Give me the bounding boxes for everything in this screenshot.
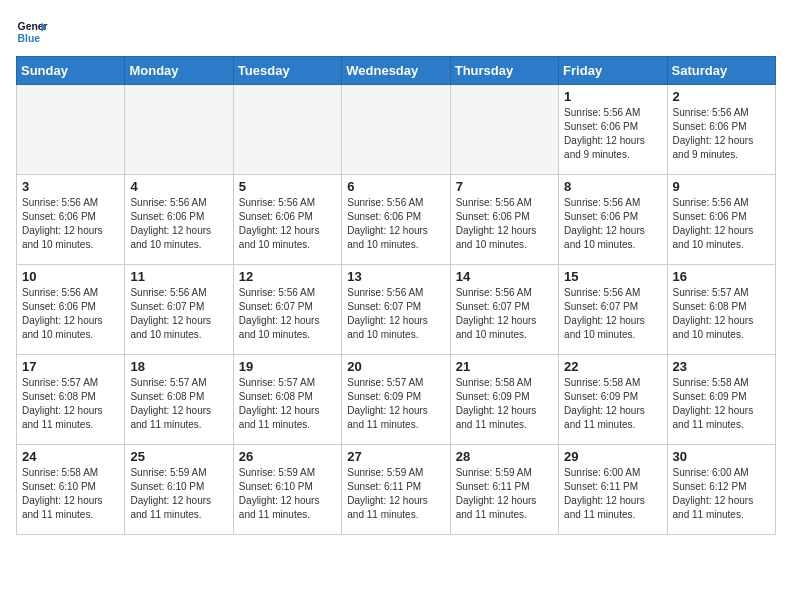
calendar: SundayMondayTuesdayWednesdayThursdayFrid… bbox=[16, 56, 776, 535]
day-number: 1 bbox=[564, 89, 661, 104]
day-number: 16 bbox=[673, 269, 770, 284]
day-info: Sunrise: 5:56 AM Sunset: 6:07 PM Dayligh… bbox=[347, 286, 444, 342]
calendar-cell: 25Sunrise: 5:59 AM Sunset: 6:10 PM Dayli… bbox=[125, 445, 233, 535]
calendar-cell: 11Sunrise: 5:56 AM Sunset: 6:07 PM Dayli… bbox=[125, 265, 233, 355]
day-number: 29 bbox=[564, 449, 661, 464]
calendar-cell: 7Sunrise: 5:56 AM Sunset: 6:06 PM Daylig… bbox=[450, 175, 558, 265]
day-number: 14 bbox=[456, 269, 553, 284]
day-number: 2 bbox=[673, 89, 770, 104]
day-info: Sunrise: 5:57 AM Sunset: 6:09 PM Dayligh… bbox=[347, 376, 444, 432]
day-number: 21 bbox=[456, 359, 553, 374]
calendar-cell: 2Sunrise: 5:56 AM Sunset: 6:06 PM Daylig… bbox=[667, 85, 775, 175]
calendar-cell: 24Sunrise: 5:58 AM Sunset: 6:10 PM Dayli… bbox=[17, 445, 125, 535]
calendar-cell bbox=[450, 85, 558, 175]
calendar-cell: 28Sunrise: 5:59 AM Sunset: 6:11 PM Dayli… bbox=[450, 445, 558, 535]
calendar-cell: 9Sunrise: 5:56 AM Sunset: 6:06 PM Daylig… bbox=[667, 175, 775, 265]
day-number: 27 bbox=[347, 449, 444, 464]
calendar-cell: 29Sunrise: 6:00 AM Sunset: 6:11 PM Dayli… bbox=[559, 445, 667, 535]
weekday-header: Monday bbox=[125, 57, 233, 85]
weekday-header: Friday bbox=[559, 57, 667, 85]
day-number: 26 bbox=[239, 449, 336, 464]
weekday-header-row: SundayMondayTuesdayWednesdayThursdayFrid… bbox=[17, 57, 776, 85]
day-info: Sunrise: 5:56 AM Sunset: 6:06 PM Dayligh… bbox=[456, 196, 553, 252]
calendar-cell: 10Sunrise: 5:56 AM Sunset: 6:06 PM Dayli… bbox=[17, 265, 125, 355]
day-number: 18 bbox=[130, 359, 227, 374]
week-row: 3Sunrise: 5:56 AM Sunset: 6:06 PM Daylig… bbox=[17, 175, 776, 265]
day-number: 25 bbox=[130, 449, 227, 464]
page-header: General Blue bbox=[16, 16, 776, 48]
calendar-cell bbox=[17, 85, 125, 175]
day-info: Sunrise: 5:56 AM Sunset: 6:06 PM Dayligh… bbox=[22, 286, 119, 342]
calendar-cell bbox=[125, 85, 233, 175]
day-info: Sunrise: 5:58 AM Sunset: 6:09 PM Dayligh… bbox=[564, 376, 661, 432]
day-info: Sunrise: 5:57 AM Sunset: 6:08 PM Dayligh… bbox=[130, 376, 227, 432]
day-number: 13 bbox=[347, 269, 444, 284]
day-info: Sunrise: 5:58 AM Sunset: 6:09 PM Dayligh… bbox=[456, 376, 553, 432]
logo: General Blue bbox=[16, 16, 52, 48]
week-row: 1Sunrise: 5:56 AM Sunset: 6:06 PM Daylig… bbox=[17, 85, 776, 175]
calendar-cell: 1Sunrise: 5:56 AM Sunset: 6:06 PM Daylig… bbox=[559, 85, 667, 175]
day-info: Sunrise: 5:56 AM Sunset: 6:06 PM Dayligh… bbox=[239, 196, 336, 252]
calendar-cell: 21Sunrise: 5:58 AM Sunset: 6:09 PM Dayli… bbox=[450, 355, 558, 445]
calendar-cell: 3Sunrise: 5:56 AM Sunset: 6:06 PM Daylig… bbox=[17, 175, 125, 265]
weekday-header: Tuesday bbox=[233, 57, 341, 85]
day-number: 12 bbox=[239, 269, 336, 284]
day-info: Sunrise: 6:00 AM Sunset: 6:11 PM Dayligh… bbox=[564, 466, 661, 522]
calendar-cell bbox=[233, 85, 341, 175]
calendar-cell: 30Sunrise: 6:00 AM Sunset: 6:12 PM Dayli… bbox=[667, 445, 775, 535]
day-number: 10 bbox=[22, 269, 119, 284]
calendar-cell: 26Sunrise: 5:59 AM Sunset: 6:10 PM Dayli… bbox=[233, 445, 341, 535]
day-number: 8 bbox=[564, 179, 661, 194]
calendar-cell bbox=[342, 85, 450, 175]
day-info: Sunrise: 5:56 AM Sunset: 6:07 PM Dayligh… bbox=[239, 286, 336, 342]
day-info: Sunrise: 5:56 AM Sunset: 6:07 PM Dayligh… bbox=[456, 286, 553, 342]
day-info: Sunrise: 5:56 AM Sunset: 6:06 PM Dayligh… bbox=[130, 196, 227, 252]
calendar-cell: 18Sunrise: 5:57 AM Sunset: 6:08 PM Dayli… bbox=[125, 355, 233, 445]
day-info: Sunrise: 5:59 AM Sunset: 6:11 PM Dayligh… bbox=[456, 466, 553, 522]
day-info: Sunrise: 5:56 AM Sunset: 6:07 PM Dayligh… bbox=[564, 286, 661, 342]
day-number: 7 bbox=[456, 179, 553, 194]
day-info: Sunrise: 5:57 AM Sunset: 6:08 PM Dayligh… bbox=[239, 376, 336, 432]
calendar-cell: 12Sunrise: 5:56 AM Sunset: 6:07 PM Dayli… bbox=[233, 265, 341, 355]
day-info: Sunrise: 5:59 AM Sunset: 6:11 PM Dayligh… bbox=[347, 466, 444, 522]
calendar-cell: 17Sunrise: 5:57 AM Sunset: 6:08 PM Dayli… bbox=[17, 355, 125, 445]
day-number: 5 bbox=[239, 179, 336, 194]
logo-icon: General Blue bbox=[16, 16, 48, 48]
calendar-cell: 19Sunrise: 5:57 AM Sunset: 6:08 PM Dayli… bbox=[233, 355, 341, 445]
weekday-header: Sunday bbox=[17, 57, 125, 85]
day-info: Sunrise: 6:00 AM Sunset: 6:12 PM Dayligh… bbox=[673, 466, 770, 522]
day-info: Sunrise: 5:56 AM Sunset: 6:07 PM Dayligh… bbox=[130, 286, 227, 342]
calendar-cell: 20Sunrise: 5:57 AM Sunset: 6:09 PM Dayli… bbox=[342, 355, 450, 445]
calendar-cell: 22Sunrise: 5:58 AM Sunset: 6:09 PM Dayli… bbox=[559, 355, 667, 445]
day-number: 3 bbox=[22, 179, 119, 194]
day-info: Sunrise: 5:58 AM Sunset: 6:09 PM Dayligh… bbox=[673, 376, 770, 432]
day-number: 20 bbox=[347, 359, 444, 374]
day-info: Sunrise: 5:56 AM Sunset: 6:06 PM Dayligh… bbox=[564, 106, 661, 162]
day-number: 24 bbox=[22, 449, 119, 464]
week-row: 24Sunrise: 5:58 AM Sunset: 6:10 PM Dayli… bbox=[17, 445, 776, 535]
calendar-cell: 4Sunrise: 5:56 AM Sunset: 6:06 PM Daylig… bbox=[125, 175, 233, 265]
day-number: 11 bbox=[130, 269, 227, 284]
calendar-cell: 27Sunrise: 5:59 AM Sunset: 6:11 PM Dayli… bbox=[342, 445, 450, 535]
day-info: Sunrise: 5:59 AM Sunset: 6:10 PM Dayligh… bbox=[130, 466, 227, 522]
day-number: 6 bbox=[347, 179, 444, 194]
svg-text:Blue: Blue bbox=[18, 33, 41, 44]
day-info: Sunrise: 5:59 AM Sunset: 6:10 PM Dayligh… bbox=[239, 466, 336, 522]
calendar-cell: 23Sunrise: 5:58 AM Sunset: 6:09 PM Dayli… bbox=[667, 355, 775, 445]
calendar-cell: 15Sunrise: 5:56 AM Sunset: 6:07 PM Dayli… bbox=[559, 265, 667, 355]
calendar-cell: 5Sunrise: 5:56 AM Sunset: 6:06 PM Daylig… bbox=[233, 175, 341, 265]
day-number: 15 bbox=[564, 269, 661, 284]
week-row: 17Sunrise: 5:57 AM Sunset: 6:08 PM Dayli… bbox=[17, 355, 776, 445]
calendar-cell: 16Sunrise: 5:57 AM Sunset: 6:08 PM Dayli… bbox=[667, 265, 775, 355]
day-number: 28 bbox=[456, 449, 553, 464]
day-info: Sunrise: 5:56 AM Sunset: 6:06 PM Dayligh… bbox=[564, 196, 661, 252]
day-number: 23 bbox=[673, 359, 770, 374]
day-number: 4 bbox=[130, 179, 227, 194]
calendar-cell: 13Sunrise: 5:56 AM Sunset: 6:07 PM Dayli… bbox=[342, 265, 450, 355]
weekday-header: Wednesday bbox=[342, 57, 450, 85]
day-info: Sunrise: 5:58 AM Sunset: 6:10 PM Dayligh… bbox=[22, 466, 119, 522]
day-info: Sunrise: 5:57 AM Sunset: 6:08 PM Dayligh… bbox=[673, 286, 770, 342]
day-number: 22 bbox=[564, 359, 661, 374]
day-info: Sunrise: 5:57 AM Sunset: 6:08 PM Dayligh… bbox=[22, 376, 119, 432]
day-number: 30 bbox=[673, 449, 770, 464]
